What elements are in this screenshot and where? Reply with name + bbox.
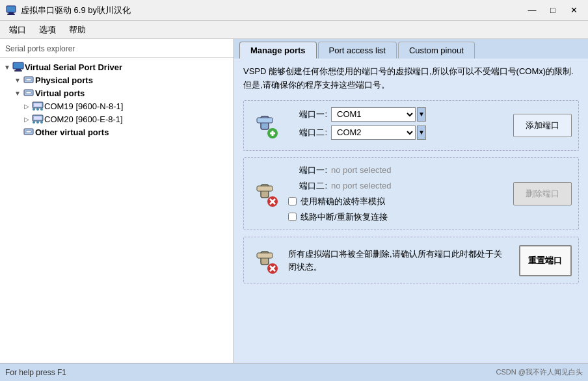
add-port-section: 端口一: COM1 COM2 COM3 ▼ 端口二: bbox=[243, 100, 579, 151]
svg-rect-4 bbox=[16, 69, 21, 70]
tab-manage-ports[interactable]: Manage ports bbox=[239, 42, 317, 59]
expand-root[interactable]: ▼ bbox=[3, 62, 12, 72]
del-port2-row: 端口二: no port selected bbox=[288, 180, 504, 192]
delete-port-section: 端口一: no port selected 端口二: no port selec… bbox=[243, 157, 579, 230]
checkbox-baudrate-label: 使用精确的波特率模拟 bbox=[301, 196, 385, 207]
tree-item-virtual[interactable]: ▼ Virtual ports bbox=[0, 86, 234, 99]
add-section-inner: 端口一: COM1 COM2 COM3 ▼ 端口二: bbox=[250, 107, 572, 144]
tree-item-com19[interactable]: ▷ COM19 [9600-N-8-1] bbox=[0, 99, 234, 112]
info-text: VSPD 能够创建任何你想使用的端口号的虚拟端口,所以你可以不受端口号(COMx… bbox=[243, 65, 579, 92]
delete-port-button[interactable]: 删除端口 bbox=[513, 182, 572, 205]
port-icon-other bbox=[22, 127, 35, 137]
computer-icon bbox=[12, 62, 25, 72]
port2-arrow[interactable]: ▼ bbox=[417, 125, 426, 140]
app-icon bbox=[5, 5, 17, 16]
svg-rect-16 bbox=[34, 116, 42, 120]
status-bar: For help press F1 CSDN @我不许人闻见白头 bbox=[0, 363, 588, 381]
add-port-button[interactable]: 添加端口 bbox=[513, 114, 572, 137]
svg-rect-5 bbox=[14, 70, 22, 72]
tree-label-root: Virtual Serial Port Driver bbox=[25, 62, 122, 72]
minimize-button[interactable]: — bbox=[523, 3, 541, 18]
svg-point-13 bbox=[36, 108, 39, 111]
com19-icon bbox=[31, 101, 44, 111]
tab-content-manage: VSPD 能够创建任何你想使用的端口号的虚拟端口,所以你可以不受端口号(COMx… bbox=[234, 59, 588, 363]
tab-bar: Manage ports Port access list Custom pin… bbox=[234, 39, 588, 59]
watermark: CSDN @我不许人闻见白头 bbox=[496, 367, 583, 377]
svg-rect-3 bbox=[13, 62, 23, 69]
port1-label: 端口一: bbox=[288, 109, 327, 120]
expand-com20[interactable]: ▷ bbox=[22, 114, 31, 124]
menu-item-options[interactable]: 选项 bbox=[33, 22, 62, 38]
svg-rect-0 bbox=[7, 6, 16, 12]
tree-item-othervirtual[interactable]: ▷ Other virtual ports bbox=[0, 125, 234, 138]
svg-rect-7 bbox=[26, 79, 31, 81]
port2-row: 端口二: COM1 COM2 COM3 ▼ bbox=[288, 125, 504, 140]
tree-label-other: Other virtual ports bbox=[35, 127, 109, 137]
tab-port-access[interactable]: Port access list bbox=[318, 42, 397, 59]
com20-icon bbox=[31, 114, 44, 124]
checkbox-linedrop-row: 线路中断/重新恢复连接 bbox=[288, 211, 504, 223]
sidebar: Serial ports explorer ▼ Virtual Serial P… bbox=[0, 39, 234, 363]
del-port1-label: 端口一: bbox=[288, 164, 327, 176]
expand-com19[interactable]: ▷ bbox=[22, 101, 31, 111]
svg-point-17 bbox=[33, 121, 35, 124]
delete-port-icon bbox=[250, 179, 279, 208]
svg-rect-23 bbox=[257, 118, 273, 123]
tree-label-virtual: Virtual ports bbox=[35, 88, 85, 98]
port2-select-wrapper: COM1 COM2 COM3 ▼ bbox=[331, 125, 426, 140]
port-icon-virtual bbox=[22, 88, 35, 98]
port1-arrow[interactable]: ▼ bbox=[417, 107, 426, 122]
delete-section-inner: 端口一: no port selected 端口二: no port selec… bbox=[250, 164, 572, 223]
del-port1-value: no port selected bbox=[331, 165, 392, 175]
reset-icon bbox=[250, 246, 279, 275]
tab-custom-pinout[interactable]: Custom pinout bbox=[398, 42, 475, 59]
svg-rect-28 bbox=[257, 186, 273, 191]
menu-bar: 端口 选项 帮助 bbox=[0, 21, 588, 39]
expand-physical[interactable]: ▼ bbox=[13, 75, 22, 85]
port1-row: 端口一: COM1 COM2 COM3 ▼ bbox=[288, 107, 504, 122]
title-bar: 虚拟串口驱动 6.9 by耿川汉化 — □ ✕ bbox=[0, 0, 588, 21]
port1-select[interactable]: COM1 COM2 COM3 bbox=[331, 107, 416, 122]
reset-section: 所有虚拟端口将被全部删除,请确认所有端口此时都处于关闭状态。 重置端口 bbox=[243, 237, 579, 283]
checkbox-linedrop-label: 线路中断/重新恢复连接 bbox=[301, 211, 388, 223]
reset-description: 所有虚拟端口将被全部删除,请确认所有端口此时都处于关闭状态。 bbox=[288, 248, 510, 273]
tree-label-com20: COM20 [9600-E-8-1] bbox=[44, 114, 123, 124]
svg-rect-2 bbox=[7, 14, 15, 15]
menu-item-help[interactable]: 帮助 bbox=[62, 22, 92, 38]
svg-point-19 bbox=[40, 121, 43, 124]
expand-virtual[interactable]: ▼ bbox=[13, 88, 22, 98]
maximize-button[interactable]: □ bbox=[544, 3, 562, 18]
del-port2-label: 端口二: bbox=[288, 180, 327, 192]
svg-rect-33 bbox=[257, 253, 273, 258]
svg-point-18 bbox=[36, 121, 39, 124]
port2-select[interactable]: COM1 COM2 COM3 bbox=[331, 125, 416, 140]
add-form: 端口一: COM1 COM2 COM3 ▼ 端口二: bbox=[288, 107, 504, 144]
svg-rect-11 bbox=[34, 103, 42, 107]
tree-item-physical[interactable]: ▼ Physical ports bbox=[0, 73, 234, 86]
reset-button[interactable]: 重置端口 bbox=[519, 245, 572, 276]
svg-rect-26 bbox=[272, 131, 274, 136]
window-controls: — □ ✕ bbox=[523, 3, 583, 18]
svg-point-12 bbox=[33, 108, 35, 111]
window-title: 虚拟串口驱动 6.9 by耿川汉化 bbox=[21, 5, 523, 16]
svg-rect-9 bbox=[26, 92, 31, 94]
tree-item-root[interactable]: ▼ Virtual Serial Port Driver bbox=[0, 60, 234, 73]
close-button[interactable]: ✕ bbox=[565, 3, 583, 18]
svg-point-14 bbox=[40, 108, 43, 111]
tree-view: ▼ Virtual Serial Port Driver ▼ bbox=[0, 58, 234, 141]
port2-label: 端口二: bbox=[288, 127, 327, 138]
content-area: Manage ports Port access list Custom pin… bbox=[234, 39, 588, 363]
status-text: For help press F1 bbox=[5, 368, 66, 377]
checkbox-linedrop[interactable] bbox=[288, 213, 297, 221]
del-port1-row: 端口一: no port selected bbox=[288, 164, 504, 176]
reset-section-inner: 所有虚拟端口将被全部删除,请确认所有端口此时都处于关闭状态。 重置端口 bbox=[250, 245, 572, 276]
checkbox-baudrate[interactable] bbox=[288, 197, 297, 205]
port1-select-wrapper: COM1 COM2 COM3 ▼ bbox=[331, 107, 426, 122]
tree-item-com20[interactable]: ▷ COM20 [9600-E-8-1] bbox=[0, 112, 234, 125]
sidebar-title: Serial ports explorer bbox=[0, 42, 234, 58]
menu-item-ports[interactable]: 端口 bbox=[3, 22, 33, 38]
delete-form: 端口一: no port selected 端口二: no port selec… bbox=[288, 164, 504, 223]
svg-rect-1 bbox=[8, 12, 14, 14]
svg-rect-21 bbox=[26, 131, 31, 133]
tree-label-com19: COM19 [9600-N-8-1] bbox=[44, 101, 123, 111]
